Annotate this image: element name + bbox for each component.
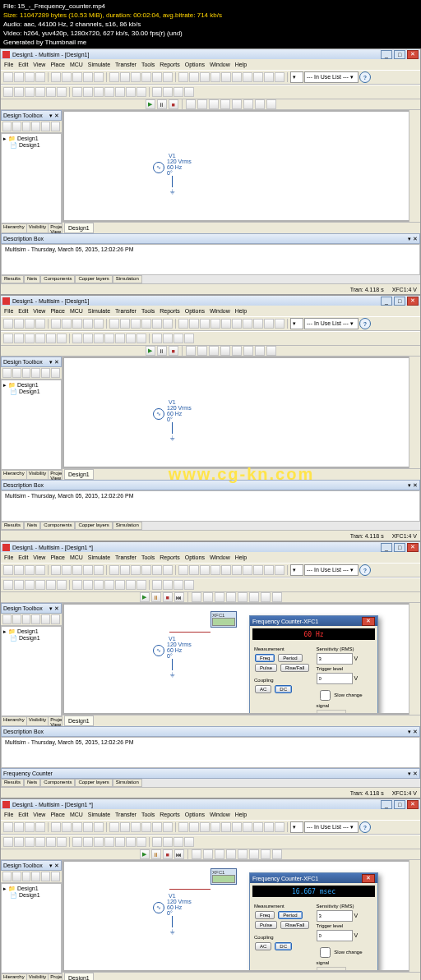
tree-child[interactable]: 📄 Design1 xyxy=(10,892,59,899)
toolbar-button[interactable] xyxy=(120,565,130,575)
toolbar-button[interactable] xyxy=(72,565,82,575)
menu-reports[interactable]: Reports xyxy=(160,62,180,67)
menu-transfer[interactable]: Transfer xyxy=(115,62,136,67)
toolbar-button[interactable] xyxy=(94,319,104,329)
toolbar-button[interactable] xyxy=(12,122,21,131)
toolbar-button[interactable] xyxy=(136,580,146,590)
menu-place[interactable]: Place xyxy=(50,308,65,314)
schematic-canvas[interactable]: V1 ∿ 120 Vrms60 Hz0° ⏚ xyxy=(62,110,409,222)
menu-file[interactable]: File xyxy=(4,62,13,67)
vertical-scrollbar[interactable] xyxy=(409,110,420,222)
dc-button[interactable]: DC xyxy=(275,942,292,950)
toolbar-button[interactable] xyxy=(109,72,119,82)
toolbar-button[interactable] xyxy=(14,72,24,82)
help-button[interactable]: ? xyxy=(359,71,371,83)
side-tab[interactable]: Visibility xyxy=(27,471,49,479)
toolbar-button[interactable] xyxy=(189,565,199,575)
minimize-button[interactable]: _ xyxy=(381,800,392,809)
toolbar-button[interactable] xyxy=(72,822,82,832)
dialog-titlebar[interactable]: Frequency Counter-XFC1 ✕ xyxy=(250,616,377,626)
toolbar-button[interactable] xyxy=(141,319,151,329)
toolbar-button[interactable] xyxy=(266,346,276,356)
result-tab[interactable]: Nets xyxy=(24,522,40,530)
toolbar-button[interactable] xyxy=(22,122,31,131)
toolbar-button[interactable] xyxy=(57,837,67,847)
toolbar-button[interactable] xyxy=(31,122,40,131)
toolbar-button[interactable] xyxy=(51,72,61,82)
menu-mcu[interactable]: MCU xyxy=(70,812,83,817)
toolbar-button[interactable] xyxy=(57,334,67,343)
toolbar-button[interactable] xyxy=(46,837,56,847)
toolbar-button[interactable] xyxy=(3,334,13,343)
toolbar-button[interactable] xyxy=(94,334,104,343)
toolbar-button[interactable] xyxy=(163,580,173,590)
inuse-dropdown[interactable]: --- In Use List --- ▾ xyxy=(304,71,359,83)
close-button[interactable]: ✕ xyxy=(407,800,419,809)
toolbar-button[interactable] xyxy=(221,565,231,575)
toolbar-button[interactable] xyxy=(210,822,220,832)
schematic-canvas[interactable]: V1 ∿ 120 Vrms60 Hz0° ⏚ XFC1 Frequency Co xyxy=(62,603,409,715)
spreadsheet-header[interactable]: Frequency Counter▾ ✕ xyxy=(1,768,420,779)
toolbar-button[interactable] xyxy=(46,334,56,343)
design-toolbox-header[interactable]: Design Toolbox ▾ ✕ xyxy=(1,860,62,871)
toolbar-button[interactable] xyxy=(46,580,56,590)
menu-mcu[interactable]: MCU xyxy=(70,308,83,314)
toolbar-button[interactable] xyxy=(243,319,252,329)
sheet-tab[interactable]: Design1 xyxy=(64,973,94,980)
menu-simulate[interactable]: Simulate xyxy=(88,554,110,560)
menu-reports[interactable]: Reports xyxy=(160,812,180,817)
toolbar-button[interactable] xyxy=(35,334,45,343)
menu-simulate[interactable]: Simulate xyxy=(88,812,110,817)
toolbar-button[interactable] xyxy=(94,837,104,847)
pane-close-icon[interactable]: ▾ ✕ xyxy=(408,482,418,489)
design-tree[interactable]: ▸ 📁 Design1 📄 Design1 xyxy=(1,380,62,470)
toolbar-button[interactable] xyxy=(14,319,24,329)
toolbar-button[interactable] xyxy=(243,822,252,832)
vertical-scrollbar[interactable] xyxy=(409,603,420,715)
toolbar-button[interactable] xyxy=(12,614,21,624)
slow-change-checkbox[interactable]: Slow change signal xyxy=(317,688,374,708)
toolbar-button[interactable] xyxy=(275,319,285,329)
menu-help[interactable]: Help xyxy=(235,308,247,314)
toolbar-button[interactable] xyxy=(25,837,35,847)
side-tab[interactable]: Visibility xyxy=(27,224,49,232)
toolbar-button[interactable] xyxy=(243,346,253,356)
tree-child[interactable]: 📄 Design1 xyxy=(10,389,59,395)
toolbar-button[interactable] xyxy=(152,565,162,575)
menu-place[interactable]: Place xyxy=(50,62,65,67)
toolbar-button[interactable] xyxy=(35,565,45,575)
toolbar-button[interactable] xyxy=(189,319,199,329)
toolbar-button[interactable] xyxy=(109,319,119,329)
pause-button[interactable]: ⏸ xyxy=(157,346,167,356)
toolbar-button[interactable] xyxy=(197,346,207,356)
schematic-canvas[interactable]: V1 ∿ 120 Vrms60 Hz0° ⏚ xyxy=(62,357,409,468)
description-box-header[interactable]: Description Box ▾ ✕ xyxy=(1,726,420,737)
period-button[interactable]: Period xyxy=(278,911,302,919)
zoom-dropdown[interactable]: ▾ xyxy=(290,564,303,576)
sensitivity-input[interactable] xyxy=(317,910,353,922)
voltage-source-v1[interactable]: V1 ∿ 120 Vrms60 Hz0° ⏚ xyxy=(153,636,192,679)
toolbar-button[interactable] xyxy=(126,837,136,847)
toolbar-button[interactable] xyxy=(62,822,72,832)
toolbar-button[interactable] xyxy=(210,72,220,82)
toolbar-button[interactable] xyxy=(12,368,21,378)
menu-transfer[interactable]: Transfer xyxy=(115,308,136,314)
result-tab[interactable]: Simulation xyxy=(113,522,142,530)
toolbar-button[interactable] xyxy=(51,122,60,131)
toolbar-button[interactable] xyxy=(232,72,242,82)
toolbar-button[interactable] xyxy=(72,72,82,82)
toolbar-button[interactable] xyxy=(72,319,82,329)
maximize-button[interactable]: □ xyxy=(394,50,405,59)
toolbar-button[interactable] xyxy=(104,580,114,590)
menu-edit[interactable]: Edit xyxy=(18,554,28,560)
design-tree[interactable]: ▸ 📁 Design1 📄 Design1 xyxy=(1,133,62,223)
toolbar-button[interactable] xyxy=(200,822,210,832)
menu-window[interactable]: Window xyxy=(210,812,230,817)
toolbar-button[interactable] xyxy=(35,837,45,847)
toolbar-button[interactable] xyxy=(178,822,188,832)
toolbar-button[interactable] xyxy=(210,319,220,329)
dc-button[interactable]: DC xyxy=(275,685,292,693)
dialog-close-button[interactable]: ✕ xyxy=(362,617,375,626)
toolbar-button[interactable] xyxy=(275,72,285,82)
toolbar-button[interactable] xyxy=(22,368,31,378)
